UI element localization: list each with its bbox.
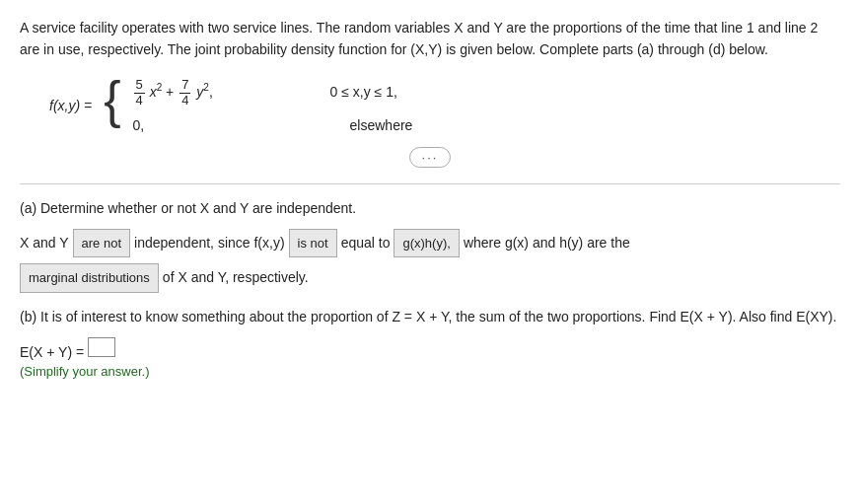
cases-block: 5 4 x2 + 7 4 y2, 0 ≤ x,y ≤ 1, 0, elsewhe… <box>133 78 413 133</box>
case2-formula: 0, <box>133 117 311 133</box>
left-brace: { <box>104 74 120 133</box>
expr-row: E(X + Y) = <box>20 337 840 360</box>
highlight-gxy-hy: g(x)h(y), <box>394 229 459 257</box>
highlight-marginal: marginal distributions <box>20 263 159 292</box>
answer-text5: of X and Y, respectively. <box>163 265 309 290</box>
section-divider <box>20 183 840 184</box>
answer-text2: independent, since f(x,y) <box>134 231 285 255</box>
part-b-text: (b) It is of interest to know something … <box>20 307 840 328</box>
highlight-is-not: is not <box>289 229 337 257</box>
part-a-answer-row1: X and Y are not independent, since f(x,y… <box>20 229 840 257</box>
highlight-are-not: are not <box>73 229 130 257</box>
case2-condition: elsewhere <box>350 117 413 133</box>
case-row-2: 0, elsewhere <box>133 117 413 133</box>
function-label: f(x,y) = <box>49 98 92 113</box>
case1-formula: 5 4 x2 + 7 4 y2, <box>133 78 311 108</box>
answer-text3: equal to <box>341 231 391 255</box>
answer-input-box[interactable] <box>88 337 115 357</box>
simplify-note: (Simplify your answer.) <box>20 364 840 379</box>
divider-row: ··· <box>20 147 840 168</box>
part-a-label: (a) Determine whether or not X and Y are… <box>20 198 840 219</box>
answer-text1: X and Y <box>20 231 69 255</box>
fraction-5-4: 5 4 <box>134 78 145 108</box>
case1-condition: 0 ≤ x,y ≤ 1, <box>330 84 397 100</box>
ellipsis-button[interactable]: ··· <box>409 147 452 168</box>
problem-text-content: A service facility operates with two ser… <box>20 20 818 57</box>
function-definition: f(x,y) = { 5 4 x2 + 7 4 y2, 0 ≤ x <box>49 78 840 133</box>
part-a-answer-row2: marginal distributions of X and Y, respe… <box>20 263 840 292</box>
expr-label: E(X + Y) = <box>20 344 84 360</box>
case-row-1: 5 4 x2 + 7 4 y2, 0 ≤ x,y ≤ 1, <box>133 78 413 108</box>
answer-text4: where g(x) and h(y) are the <box>464 231 630 255</box>
fraction-7-4: 7 4 <box>179 78 190 108</box>
problem-description: A service facility operates with two ser… <box>20 18 840 60</box>
brace-container: { 5 4 x2 + 7 4 y2, 0 ≤ x,y ≤ 1, <box>104 78 412 133</box>
